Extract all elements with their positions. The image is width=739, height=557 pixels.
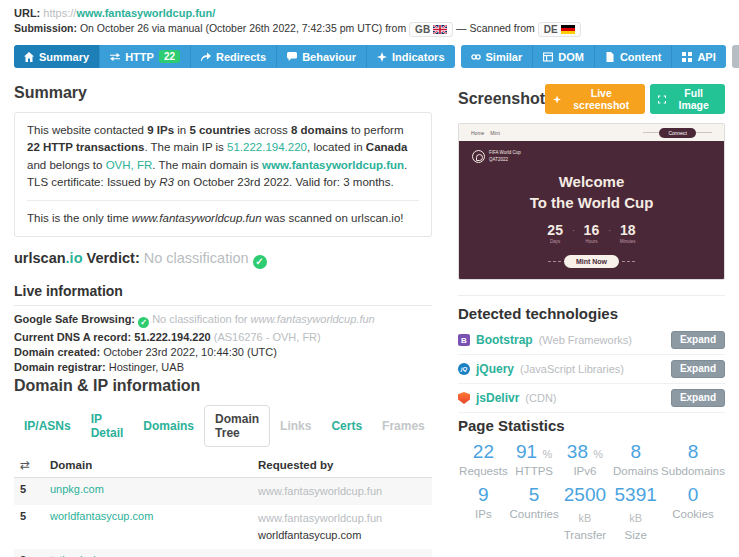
tab-label: API: [697, 51, 715, 63]
dns-asn: (AS16276 - OVH, FR): [214, 331, 321, 343]
url-line: URL: https://www.fantasyworldcup.fun/: [14, 7, 725, 19]
api-icon: [682, 52, 692, 62]
technology-name[interactable]: jsDelivr: [476, 391, 519, 405]
full-image-button[interactable]: Full Image: [650, 84, 725, 114]
tab-label: DOM: [558, 51, 584, 63]
verdict-value: No classification: [144, 250, 249, 266]
technology-row: BBootstrap(Web Frameworks)Expand: [458, 326, 725, 355]
summary-heading: Summary: [14, 84, 432, 102]
subtab-ip-detail[interactable]: IP Detail: [81, 406, 134, 446]
scanned-from-text: — Scanned from: [456, 22, 535, 34]
redirect-icon: [201, 52, 211, 62]
expand-button[interactable]: Expand: [671, 389, 725, 407]
inline-link[interactable]: OVH, FR: [106, 159, 153, 171]
registrar-line: Domain registrar: Hostinger, UAB: [14, 361, 432, 373]
countdown-minutes: 18Minutes: [620, 222, 636, 244]
site-mint-button: Mint Now: [564, 255, 619, 268]
gsb-text: No classification for: [152, 313, 250, 325]
stat-countries: 5Countries: [509, 485, 560, 541]
site-navbar: HomeMint Connect: [459, 124, 724, 141]
domain-created-line: Domain created: October 23rd 2022, 10:44…: [14, 346, 432, 358]
subtab-links: Links: [270, 413, 321, 439]
expand-button[interactable]: Expand: [671, 360, 725, 378]
verdict-line: urlscan.io Verdict: No classification ✓: [14, 250, 432, 269]
subtab-certs[interactable]: Certs: [321, 413, 372, 439]
gsb-label: Google Safe Browsing:: [14, 313, 135, 325]
text-segment: TLS certificate: Issued by: [27, 176, 159, 188]
request-count: 3: [14, 549, 44, 557]
verdict-check-icon: ✓: [253, 255, 267, 269]
live-screenshot-button[interactable]: Live screenshot: [545, 84, 645, 114]
technology-category: (Web Frameworks): [539, 334, 665, 346]
stat-requests: 22Requests: [458, 442, 509, 477]
inline-link[interactable]: 51.222.194.220: [227, 141, 307, 153]
sparkle-icon: [553, 95, 561, 104]
site-nav-item: Mint: [490, 130, 499, 136]
text-segment: This website contacted: [27, 124, 147, 136]
text-segment: . The main domain is: [152, 159, 262, 171]
subtab-domains[interactable]: Domains: [133, 413, 204, 439]
stat-ipv6: 38 %IPv6: [560, 442, 611, 477]
tab-indicators[interactable]: Indicators: [366, 45, 455, 68]
page-statistics-heading: Page Statistics: [458, 417, 725, 434]
text-segment: This is the only time: [27, 212, 132, 224]
urlscan-brand-tld: .io: [66, 250, 83, 266]
tab-behaviour[interactable]: Behaviour: [276, 45, 366, 68]
text-segment: 9 IPs: [147, 124, 174, 136]
tab-label: Indicators: [392, 51, 445, 63]
inline-link[interactable]: www.fantasyworldcup.fun: [262, 159, 404, 171]
domain-link[interactable]: worldfantasycup.com: [50, 510, 153, 522]
tab-api[interactable]: API: [671, 45, 725, 68]
tab-verdicts[interactable]: Verdicts: [732, 45, 739, 68]
tab-similar[interactable]: Similar: [461, 45, 533, 68]
requester-domain: worldfantasycup.com: [258, 527, 426, 544]
dom-icon: [543, 52, 553, 62]
requester-domain: www.fantasyworldcup.fun: [258, 510, 426, 527]
tab-http[interactable]: HTTP22: [99, 45, 190, 68]
domain-link[interactable]: unpkg.com: [50, 483, 104, 495]
site-connect-button: Connect: [659, 128, 696, 138]
tab-dom[interactable]: DOM: [532, 45, 594, 68]
urlscan-brand: urlscan: [14, 250, 66, 266]
requested-by-cell: www.fantasyworldcup.fun: [252, 478, 432, 506]
domain-subtabs: IP/ASNsIP DetailDomainsDomain TreeLinksC…: [14, 405, 432, 447]
subtab-domain-tree[interactable]: Domain Tree: [204, 405, 270, 447]
text-segment: .: [404, 159, 407, 171]
stat-https: 91 %HTTPS: [509, 442, 560, 477]
requested-by-column-header: Requested by: [252, 453, 432, 478]
site-screenshot[interactable]: HomeMint Connect FIFA World CupQAT2022 W…: [458, 123, 725, 280]
http-count-badge: 22: [159, 50, 180, 63]
domain-tree-row: 3tothesky.inwww.fantasyworldcup.funcdn.j…: [14, 549, 432, 557]
section-divider: [458, 295, 725, 296]
tab-summary[interactable]: Summary: [14, 45, 99, 68]
text-segment: www.fantasyworldcup.fun: [132, 212, 262, 224]
tls-line: TLS certificate: Issued by R3 on October…: [27, 174, 419, 191]
bootstrap-icon: B: [458, 334, 470, 346]
requester-domain: www.fantasyworldcup.fun: [258, 483, 426, 500]
domain-tree-row: 5worldfantasycup.comwww.fantasyworldcup.…: [14, 505, 432, 549]
stat-size: 5391 kBSize: [610, 485, 661, 541]
technology-name[interactable]: jQuery: [476, 362, 514, 376]
domain-column-header: Domain: [44, 453, 252, 478]
stat-ips: 9IPs: [458, 485, 509, 541]
summary-column: Summary This website contacted 9 IPs in …: [14, 80, 432, 557]
dns-ip: 51.222.194.220: [134, 331, 210, 343]
content-icon: [605, 52, 615, 62]
exchange-icon: [110, 52, 120, 62]
submitter-country-chip: GB: [409, 22, 453, 37]
only-scan-line: This is the only time www.fantasyworldcu…: [27, 210, 419, 227]
text-segment: across: [251, 124, 291, 136]
page-statistics-grid: 22Requests91 %HTTPS38 %IPv68Domains8Subd…: [458, 442, 725, 541]
scanned-url-link[interactable]: www.fantasyworldcup.fun/: [76, 7, 215, 19]
gb-flag-icon: [433, 25, 447, 34]
expand-button[interactable]: Expand: [671, 331, 725, 349]
summary-paragraph: This website contacted 9 IPs in 5 countr…: [27, 122, 419, 174]
tab-redirects[interactable]: Redirects: [190, 45, 276, 68]
tab-content[interactable]: Content: [594, 45, 672, 68]
technology-name[interactable]: Bootstrap: [476, 333, 533, 347]
similar-icon: [471, 52, 481, 62]
tab-label: Content: [620, 51, 662, 63]
subtab-ip-asns[interactable]: IP/ASNs: [14, 413, 81, 439]
stat-cookies: 0Cookies: [661, 485, 725, 541]
request-count-icon[interactable]: ⇄: [20, 458, 30, 472]
